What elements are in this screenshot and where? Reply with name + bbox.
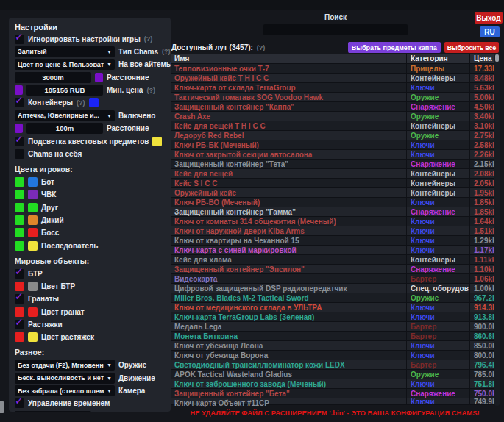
color-swatch[interactable]: [28, 203, 38, 212]
color-swatch[interactable]: [15, 241, 24, 251]
settings-row: Аптечка, Ювелирные и...▼Включено: [15, 110, 165, 121]
color-swatch[interactable]: [15, 85, 23, 95]
table-row[interactable]: Ключ-карта от склада TerraGroupКлючи5.63…: [171, 83, 499, 93]
color-swatch[interactable]: [28, 241, 38, 251]
table-row[interactable]: Медаль LegaБартер900.0k: [171, 322, 499, 332]
item-name: Кейс для вещей: [171, 170, 406, 178]
color-swatch[interactable]: [95, 73, 103, 82]
item-category: Контейнеры: [406, 188, 469, 197]
checkbox-checked[interactable]: ✓: [15, 294, 24, 304]
settings-row: Беск. выносливость и нет уста▼Движение: [15, 373, 165, 383]
settings-row: Мин. цена(?): [15, 85, 165, 96]
color-swatch[interactable]: [15, 124, 23, 133]
table-scrollbar[interactable]: [494, 54, 500, 406]
table-row[interactable]: Miller Bros. Blades M-2 Tactical SwordОр…: [171, 293, 499, 303]
checkbox-checked[interactable]: ✓: [15, 98, 24, 107]
table-row[interactable]: Цифровой защищенный DSP радиопередатчикС…: [171, 284, 499, 293]
color-swatch[interactable]: [15, 190, 24, 199]
color-swatch[interactable]: [28, 332, 38, 342]
item-category: Оружие: [406, 293, 469, 302]
color-swatch[interactable]: [15, 228, 24, 237]
checkbox-checked[interactable]: ✓: [15, 137, 24, 146]
table-row[interactable]: Защищенный контейнер "Бета"Снаряжение750…: [171, 389, 499, 398]
search-input[interactable]: [263, 24, 408, 35]
color-swatch[interactable]: [28, 215, 38, 225]
color-swatch[interactable]: [15, 177, 24, 187]
checkmark-icon: ✓: [15, 396, 24, 406]
item-category: Ключи: [406, 351, 469, 360]
select-kappa-items-button[interactable]: Выбрать предметы каппа: [348, 42, 441, 53]
table-row[interactable]: Кейс для вещей T H I C CКонтейнеры3.10kk: [171, 121, 499, 131]
table-row[interactable]: Ключ-карта с синей маркировкойКлючи1.17k…: [171, 246, 499, 255]
color-swatch[interactable]: [28, 282, 38, 291]
color-swatch[interactable]: [15, 307, 24, 317]
value-input[interactable]: [15, 72, 91, 83]
table-row[interactable]: Светодиодный трансиллюминатор кожи LEDXБ…: [171, 360, 499, 370]
table-row[interactable]: Оружейный кейс T H I C CКонтейнеры8.48kk: [171, 74, 499, 83]
table-row[interactable]: Ключ от комнаты 314 общежития (Меченый)К…: [171, 217, 499, 226]
color-swatch[interactable]: [89, 98, 99, 107]
color-swatch[interactable]: [28, 228, 38, 237]
table-row[interactable]: Ключ-карта TerraGroup Labs (Зеленая)Ключ…: [171, 312, 499, 322]
exit-button[interactable]: Выход: [475, 12, 503, 24]
checkbox-unchecked[interactable]: [15, 149, 24, 159]
table-row[interactable]: Ключ от медицинского склада в УЛЬТРАКлюч…: [171, 303, 499, 312]
drop-all-button[interactable]: Выбросить все: [444, 42, 499, 53]
table-row[interactable]: Ключ РБ-БК (Меченый)Ключи2.58kk: [171, 140, 499, 150]
table-row[interactable]: Crash AxeОружие3.40kk: [171, 112, 499, 121]
color-swatch[interactable]: [15, 203, 24, 212]
table-row[interactable]: Ключ от заброшенного завода (Меченый)Клю…: [171, 379, 499, 389]
color-swatch[interactable]: [28, 307, 38, 317]
table-row[interactable]: Защищенный контейнер "Каппа"Снаряжение4.…: [171, 102, 499, 112]
table-row[interactable]: Ключ от квартиры на Чеканной 15Ключи1.29…: [171, 236, 499, 246]
language-button[interactable]: RU: [480, 26, 500, 37]
table-row[interactable]: Ключ от убежища ВоронаКлючи800.0k: [171, 351, 499, 360]
table-row[interactable]: APOK Tactical Wasteland GladiusОружие785…: [171, 370, 499, 379]
item-name: Ключ от наружной двери Kiba Arms: [171, 227, 406, 235]
table-row[interactable]: Ключ от наружной двери Kiba ArmsКлючи1.5…: [171, 226, 499, 236]
value-input[interactable]: [26, 85, 103, 96]
dropdown[interactable]: Залитый▼: [15, 46, 115, 57]
color-swatch[interactable]: [15, 215, 24, 225]
item-name: Crash Axe: [171, 112, 406, 121]
dropdown[interactable]: Без забрала (стекло шлема)▼: [15, 385, 115, 396]
checkbox-checked[interactable]: ✓: [15, 320, 24, 329]
table-row[interactable]: Ключ от закрытой секции автосалонаКлючи2…: [171, 150, 499, 160]
table-row[interactable]: Ключ от убежища ЛеонаКлючи850.0k: [171, 341, 499, 351]
table-row[interactable]: Монета БиткоинаБартер860.6k: [171, 332, 499, 341]
column-category: Категория: [406, 54, 469, 63]
table-row[interactable]: ВидеокартаБартер1.06kk: [171, 274, 499, 284]
table-row[interactable]: Ключ-карта Объект #11СРКлючи749.9k: [171, 398, 499, 405]
checkbox-checked[interactable]: ✓: [15, 35, 24, 44]
item-category: Бартер: [406, 322, 469, 331]
table-row[interactable]: Ключ РБ-ВО (Меченый)Ключи1.85kk: [171, 198, 499, 207]
dropdown[interactable]: Без отдачи (F2), Мгновенное п▼: [15, 360, 115, 371]
table-row[interactable]: Тактический томагавк SOG Voodoo HawkОруж…: [171, 93, 499, 102]
table-row[interactable]: Кейс S I C CКонтейнеры2.05kk: [171, 179, 499, 188]
table-row[interactable]: Защищенный контейнер "Эпсилон"Снаряжение…: [171, 265, 499, 274]
color-swatch[interactable]: [28, 177, 38, 187]
item-category: Снаряжение: [406, 160, 469, 168]
table-row[interactable]: Оружейный кейсКонтейнеры1.95kk: [171, 188, 499, 198]
table-row[interactable]: Тепловизионные очки Т-7Прицелы17.33kk: [171, 64, 499, 74]
value-input[interactable]: [15, 411, 91, 412]
settings-row: Разное:: [15, 347, 165, 357]
color-swatch[interactable]: [28, 190, 38, 199]
table-row[interactable]: Кейс для вещейКонтейнеры2.08kk: [171, 169, 499, 179]
color-swatch[interactable]: [15, 332, 24, 342]
color-swatch[interactable]: [15, 282, 24, 291]
checkbox-checked[interactable]: ✓: [15, 398, 24, 408]
dropdown[interactable]: Беск. выносливость и нет уста▼: [15, 373, 115, 384]
item-category: Ключи: [406, 246, 469, 254]
table-row[interactable]: Защищенный контейнер "Гамма"Снаряжение1.…: [171, 207, 499, 217]
dropdown[interactable]: Аптечка, Ювелирные и...▼: [15, 110, 115, 121]
table-row[interactable]: Ледоруб Red RebelОружие2.75kk: [171, 131, 499, 140]
dropdown[interactable]: Цвет по цене & Пользователь▼: [15, 59, 115, 70]
help-icon: (?): [146, 87, 155, 94]
scrollbar-thumb[interactable]: [495, 54, 499, 62]
table-row[interactable]: Кейс для хламаКонтейнеры1.11kk: [171, 255, 499, 265]
table-row[interactable]: Защищенный контейнер "Тета"Снаряжение2.1…: [171, 160, 499, 169]
color-swatch[interactable]: [152, 137, 162, 146]
checkbox-checked[interactable]: ✓: [15, 269, 24, 279]
value-input[interactable]: [26, 123, 103, 134]
